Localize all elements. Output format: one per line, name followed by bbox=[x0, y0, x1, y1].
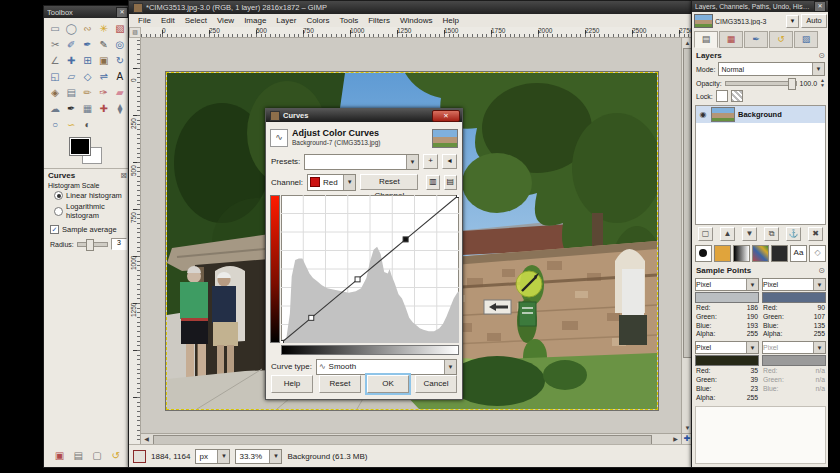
scale-tool-icon[interactable]: ◱ bbox=[47, 70, 63, 84]
active-buffer[interactable] bbox=[771, 245, 788, 262]
curve-control-point-3[interactable] bbox=[403, 237, 408, 242]
perspective-clone-tool-icon[interactable]: ⧫ bbox=[112, 102, 128, 116]
delete-layer-icon[interactable]: ✖ bbox=[808, 227, 823, 241]
zoom-select[interactable]: 33.3% ▼ bbox=[235, 449, 282, 464]
menu-windows[interactable]: Windows bbox=[395, 16, 437, 25]
close-icon[interactable]: ✕ bbox=[814, 1, 826, 12]
logarithmic-histogram-icon[interactable]: ▤ bbox=[444, 175, 457, 190]
save-tool-options-icon[interactable]: ▣ bbox=[52, 449, 66, 463]
spinner-icon[interactable]: ▲▼ bbox=[820, 78, 825, 88]
menu-colors[interactable]: Colors bbox=[301, 16, 334, 25]
tab-layers[interactable]: ▤ bbox=[694, 31, 718, 48]
tab-undo-history[interactable]: ↺ bbox=[769, 31, 793, 48]
curves-titlebar[interactable]: Curves ✕ bbox=[266, 109, 462, 122]
align-tool-icon[interactable]: ⊞ bbox=[79, 54, 95, 68]
menu-view[interactable]: View bbox=[212, 16, 239, 25]
active-font[interactable]: Aa bbox=[790, 245, 807, 262]
ink-tool-icon[interactable]: ✒ bbox=[63, 102, 79, 116]
tab-channels[interactable]: ▦ bbox=[719, 31, 743, 48]
text-tool-icon[interactable]: A bbox=[112, 70, 128, 84]
anchor-layer-icon[interactable]: ⚓ bbox=[786, 227, 801, 241]
menu-filters[interactable]: Filters bbox=[363, 16, 395, 25]
blur-sharpen-tool-icon[interactable]: ○ bbox=[47, 118, 63, 132]
lock-pixels-toggle[interactable] bbox=[716, 90, 728, 102]
slider-thumb[interactable] bbox=[788, 78, 796, 90]
raise-layer-icon[interactable]: ▲ bbox=[720, 227, 735, 241]
select-by-color-tool-icon[interactable]: ▧ bbox=[112, 22, 128, 36]
channel-combo[interactable]: Red ▼ bbox=[307, 174, 356, 191]
curve-control-point-1[interactable] bbox=[309, 315, 314, 320]
restore-tool-options-icon[interactable]: ▤ bbox=[71, 449, 85, 463]
cancel-button[interactable]: Cancel bbox=[415, 375, 457, 393]
active-pattern[interactable] bbox=[714, 245, 731, 262]
layer-row-background[interactable]: ◉ Background bbox=[696, 106, 825, 123]
zoom-tool-icon[interactable]: ◎ bbox=[112, 38, 128, 52]
active-brush[interactable] bbox=[695, 245, 712, 262]
auto-button[interactable]: Auto bbox=[801, 14, 827, 28]
pencil-tool-icon[interactable]: ✏ bbox=[79, 86, 95, 100]
fuzzy-select-tool-icon[interactable]: ✳ bbox=[96, 22, 112, 36]
horizontal-ruler[interactable]: 0250500750100012501500175020002250250027… bbox=[141, 27, 693, 38]
scissors-tool-icon[interactable]: ✂ bbox=[47, 38, 63, 52]
toolbox-titlebar[interactable]: Toolbox ✕ bbox=[44, 6, 131, 18]
delete-tool-options-icon[interactable]: ▢ bbox=[90, 449, 104, 463]
mode-combo[interactable]: Normal ▼ bbox=[718, 62, 825, 76]
radius-slider[interactable] bbox=[77, 242, 108, 247]
main-titlebar[interactable]: *CIMG3513.jpg-3.0 (RGB, 1 layer) 2816x18… bbox=[129, 1, 693, 14]
sample-point-mode-combo[interactable]: Pixel▼ bbox=[762, 341, 826, 354]
flip-tool-icon[interactable]: ⇌ bbox=[96, 70, 112, 84]
foreground-color-swatch[interactable] bbox=[70, 138, 90, 155]
rotate-tool-icon[interactable]: ↻ bbox=[112, 54, 128, 68]
perspective-tool-icon[interactable]: ◇ bbox=[79, 70, 95, 84]
presets-combo[interactable]: ▼ bbox=[304, 154, 419, 170]
menu-tools[interactable]: Tools bbox=[335, 16, 364, 25]
menu-file[interactable]: File bbox=[133, 16, 156, 25]
clone-tool-icon[interactable]: ▦ bbox=[79, 102, 95, 116]
curve-control-point-0[interactable] bbox=[281, 341, 284, 344]
opacity-slider[interactable] bbox=[725, 81, 797, 86]
tab-paths[interactable]: ✒ bbox=[744, 31, 768, 48]
preset-menu-button[interactable]: ◂ bbox=[442, 154, 457, 169]
add-preset-button[interactable]: + bbox=[423, 154, 438, 169]
paths-tool-icon[interactable]: ✒ bbox=[79, 38, 95, 52]
close-icon[interactable]: ✕ bbox=[116, 7, 128, 18]
smudge-tool-icon[interactable]: ∽ bbox=[63, 118, 79, 132]
logarithmic-histogram-radio[interactable]: Logarithmic histogram bbox=[54, 202, 127, 220]
heal-tool-icon[interactable]: ✚ bbox=[96, 102, 112, 116]
ok-button[interactable]: OK bbox=[367, 375, 409, 393]
crop-tool-icon[interactable]: ▣ bbox=[96, 54, 112, 68]
sample-point-mode-combo[interactable]: Pixel▼ bbox=[695, 278, 759, 291]
menu-help[interactable]: Help bbox=[437, 16, 463, 25]
free-select-tool-icon[interactable]: ∾ bbox=[79, 22, 95, 36]
radius-value[interactable]: 3 bbox=[111, 238, 127, 250]
layers-menu-icon[interactable]: ⊙ bbox=[818, 51, 825, 60]
curve-control-point-4[interactable] bbox=[457, 195, 460, 198]
foreground-select-tool-icon[interactable]: ✐ bbox=[63, 38, 79, 52]
reset-button[interactable]: Reset bbox=[319, 375, 361, 393]
lower-layer-icon[interactable]: ▼ bbox=[742, 227, 757, 241]
curve-type-combo[interactable]: ∿ Smooth ▼ bbox=[316, 359, 457, 375]
sample-point-mode-combo[interactable]: Pixel▼ bbox=[695, 341, 759, 354]
new-layer-icon[interactable]: ▢ bbox=[698, 227, 713, 241]
visibility-eye-icon[interactable]: ◉ bbox=[698, 110, 708, 119]
menu-image[interactable]: Image bbox=[239, 16, 271, 25]
menu-select[interactable]: Select bbox=[180, 16, 212, 25]
airbrush-tool-icon[interactable]: ☁ bbox=[47, 102, 63, 116]
eraser-tool-icon[interactable]: ▰ bbox=[112, 86, 128, 100]
dock-titlebar[interactable]: Layers, Channels, Paths, Undo, Histog...… bbox=[692, 1, 829, 12]
quickmask-toggle[interactable] bbox=[133, 450, 146, 463]
collapse-icon[interactable]: ⊠ bbox=[120, 171, 127, 180]
help-button[interactable]: Help bbox=[271, 375, 313, 393]
ellipse-select-tool-icon[interactable]: ◯ bbox=[63, 22, 79, 36]
shear-tool-icon[interactable]: ▱ bbox=[63, 70, 79, 84]
measure-tool-icon[interactable]: ∠ bbox=[47, 54, 63, 68]
image-selector[interactable]: CIMG3513.jpg-3 bbox=[715, 18, 784, 25]
tab-histogram[interactable]: ▨ bbox=[794, 31, 818, 48]
move-tool-icon[interactable]: ✚ bbox=[63, 54, 79, 68]
slider-thumb[interactable] bbox=[86, 239, 94, 251]
linear-histogram-radio[interactable]: Linear histogram bbox=[54, 191, 127, 200]
duplicate-layer-icon[interactable]: ⧉ bbox=[764, 227, 779, 241]
vertical-ruler[interactable]: 025050075010001250 bbox=[129, 38, 141, 445]
blend-tool-icon[interactable]: ▤ bbox=[63, 86, 79, 100]
reset-channel-button[interactable]: Reset Channel bbox=[360, 174, 418, 190]
